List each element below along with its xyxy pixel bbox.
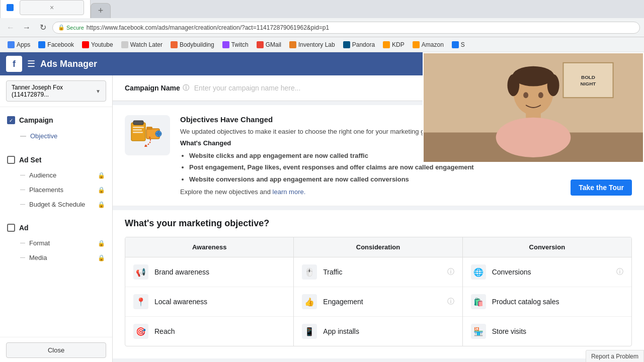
bookmarks-bar: Apps Facebook Youtube Watch Later Bodybu… — [0, 37, 644, 52]
bookmark-bodybuilding[interactable]: Bodybuilding — [167, 40, 218, 49]
bookmark-twitch[interactable]: Twitch — [219, 40, 252, 49]
hamburger-icon[interactable]: ☰ — [27, 58, 35, 69]
local-awareness-icon: 📍 — [133, 294, 148, 309]
address-bar[interactable]: 🔒 Secure https://www.facebook.com/ads/ma… — [52, 22, 640, 34]
objectives-section: What's your marketing objective? Awarene… — [113, 210, 644, 358]
audience-lock-icon: 🔒 — [98, 172, 105, 179]
lock-icon: 🔒 — [58, 24, 65, 31]
objectives-grid: Awareness 📢 Brand awareness 📍 Local awar… — [125, 237, 632, 346]
sidebar-item-campaign[interactable]: ✓ Campaign — [0, 112, 112, 128]
adset-square-icon — [7, 156, 15, 164]
ad-square-icon — [7, 224, 15, 232]
sidebar-item-media[interactable]: Media 🔒 — [0, 250, 112, 265]
sidebar-section-ad: Ad Format 🔒 Media 🔒 — [0, 220, 112, 265]
product-catalog-item[interactable]: 🛍️ Product catalog sales — [463, 287, 631, 317]
sidebar-item-budget[interactable]: Budget & Schedule 🔒 — [0, 197, 112, 212]
traffic-info-icon[interactable]: ⓘ — [447, 267, 454, 277]
sidebar-item-format[interactable]: Format 🔒 — [0, 236, 112, 250]
objective-label: Objective — [30, 132, 57, 140]
tab-favicon — [7, 4, 14, 11]
product-catalog-icon: 🛍️ — [471, 294, 486, 309]
notif-illustration — [125, 115, 170, 155]
campaign-name-info-icon[interactable]: ⓘ — [183, 83, 189, 93]
engagement-item[interactable]: 👍 Engagement ⓘ — [294, 287, 462, 317]
placements-label: Placements — [29, 186, 63, 194]
store-visits-item[interactable]: 🏪 Store visits — [463, 317, 631, 346]
traffic-icon: 🖱️ — [302, 264, 317, 280]
browser-tab-new[interactable]: + — [91, 3, 111, 18]
ad-label: Ad — [19, 224, 29, 232]
tab-close-icon[interactable]: × — [20, 0, 84, 15]
app-installs-item[interactable]: 📱 App installs — [294, 317, 462, 346]
take-tour-button[interactable]: Take the Tour — [571, 179, 632, 196]
address-url: https://www.facebook.com/ads/manager/cre… — [87, 24, 329, 31]
sub-dash — [20, 190, 25, 190]
bookmark-s[interactable]: S — [448, 40, 468, 49]
conversions-info-icon[interactable]: ⓘ — [616, 267, 623, 277]
forward-button[interactable]: → — [20, 21, 33, 34]
campaign-label: Campaign — [19, 116, 53, 124]
conversions-label: Conversions — [492, 268, 531, 276]
report-problem-button[interactable]: Report a Problem — [586, 350, 644, 362]
bookmark-inventorylab[interactable]: Inventory Lab — [286, 40, 339, 49]
conversion-header: Conversion — [463, 237, 631, 257]
campaign-name-label: Campaign Name ⓘ — [125, 83, 189, 93]
notif-list-item-3: Website conversions and app engagement a… — [189, 173, 632, 185]
bookmark-youtube[interactable]: Youtube — [78, 40, 117, 49]
bookmark-gmail[interactable]: GMail — [253, 40, 285, 49]
twitch-icon — [222, 41, 229, 48]
bookmark-amazon[interactable]: Amazon — [409, 40, 447, 49]
objectives-illustration — [127, 118, 168, 153]
media-lock-icon: 🔒 — [98, 254, 105, 261]
back-button[interactable]: ← — [4, 21, 17, 34]
reach-icon: 🎯 — [133, 324, 148, 339]
new-tab-icon: + — [98, 6, 104, 16]
learn-more-link[interactable]: learn more. — [273, 188, 306, 196]
adset-label: Ad Set — [19, 156, 41, 164]
engagement-info-icon[interactable]: ⓘ — [447, 297, 454, 306]
bookmark-watchlater[interactable]: Watch Later — [118, 40, 166, 49]
bookmark-kdp[interactable]: KDP — [379, 40, 408, 49]
browser-tab-active[interactable]: Ads Manager × — [0, 0, 91, 18]
refresh-button[interactable]: ↻ — [36, 21, 49, 34]
sidebar-item-adset[interactable]: Ad Set — [0, 152, 112, 168]
bb-icon — [171, 41, 178, 48]
app-name: Ads Manager — [40, 59, 97, 69]
bookmark-pandora[interactable]: Pandora — [340, 40, 378, 49]
fb-logo: f — [6, 56, 22, 72]
campaign-check-icon: ✓ — [7, 116, 15, 124]
video-placeholder: BOLD NIGHT — [424, 53, 643, 162]
brand-awareness-item[interactable]: 📢 Brand awareness — [125, 257, 293, 287]
account-arrow-icon: ▼ — [96, 88, 101, 94]
close-button[interactable]: Close — [6, 342, 106, 358]
apps-icon — [8, 41, 15, 48]
sidebar-section-campaign: ✓ Campaign Objective — [0, 112, 112, 144]
bookmark-apps[interactable]: Apps — [4, 40, 34, 49]
reach-item[interactable]: 🎯 Reach — [125, 317, 293, 346]
notif-list-item-2: Post engagement, Page likes, event respo… — [189, 161, 632, 173]
conversions-item[interactable]: 🌐 Conversions ⓘ — [463, 257, 631, 287]
svg-rect-6 — [146, 127, 152, 130]
fb-icon — [38, 41, 45, 48]
sidebar-footer: Close — [0, 337, 112, 362]
product-catalog-label: Product catalog sales — [492, 298, 559, 306]
bookmark-facebook[interactable]: Facebook — [35, 40, 77, 49]
svg-point-24 — [507, 74, 519, 97]
local-awareness-item[interactable]: 📍 Local awareness — [125, 287, 293, 317]
account-dropdown[interactable]: Tanner Joseph Fox (114172879... ▼ — [6, 80, 106, 102]
sidebar-item-audience[interactable]: Audience 🔒 — [0, 168, 112, 183]
traffic-label: Traffic — [323, 268, 342, 276]
svg-rect-4 — [133, 132, 143, 133]
browser-toolbar: ← → ↻ 🔒 Secure https://www.facebook.com/… — [0, 18, 644, 37]
sub-dash — [20, 257, 25, 258]
svg-rect-1 — [133, 121, 143, 125]
traffic-item[interactable]: 🖱️ Traffic ⓘ — [294, 257, 462, 287]
svg-rect-15 — [563, 63, 613, 98]
sidebar-item-placements[interactable]: Placements 🔒 — [0, 183, 112, 197]
sidebar-item-objective[interactable]: Objective — [0, 128, 112, 144]
engagement-icon: 👍 — [302, 294, 317, 309]
webcam-video: BOLD NIGHT — [424, 52, 643, 163]
sidebar-nav: ✓ Campaign Objective Ad Set — [0, 107, 112, 337]
sidebar-item-ad[interactable]: Ad — [0, 220, 112, 236]
sub-dash — [20, 175, 25, 175]
